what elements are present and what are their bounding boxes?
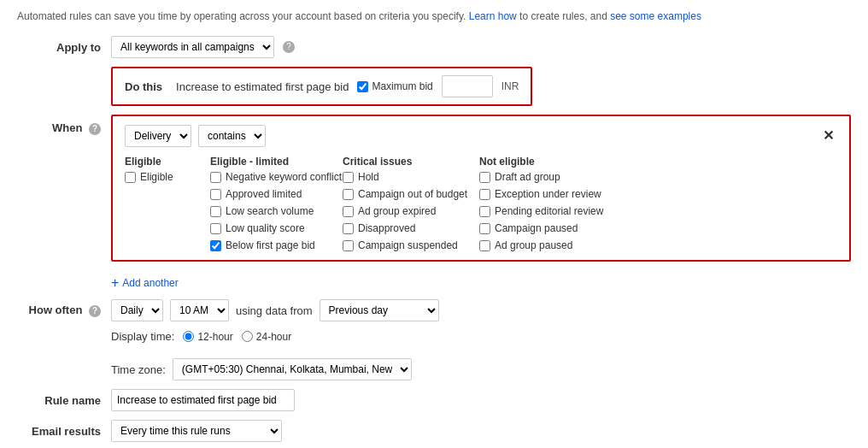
eligible-checkbox[interactable] bbox=[125, 172, 136, 183]
how-often-help-icon[interactable]: ? bbox=[89, 305, 101, 317]
apply-to-select[interactable]: All keywords in all campaigns bbox=[111, 36, 274, 58]
rule-name-input[interactable] bbox=[111, 389, 295, 411]
max-bid-label: Maximum bid bbox=[372, 80, 432, 92]
using-data-from-text: using data from bbox=[236, 304, 313, 317]
timezone-label: Time zone: bbox=[111, 363, 166, 376]
email-results-select[interactable]: Every time this rule runs bbox=[111, 420, 282, 442]
cb-draft-ad-group: Draft ad group bbox=[479, 171, 629, 183]
eligible-label: Eligible bbox=[140, 171, 173, 183]
max-bid-input[interactable] bbox=[442, 75, 493, 97]
do-this-action: Increase to estimated first page bid bbox=[176, 80, 349, 93]
radio-12h-label[interactable]: 12-hour bbox=[183, 331, 232, 343]
do-this-box: Do this Increase to estimated first page… bbox=[111, 67, 532, 106]
exception-review-checkbox[interactable] bbox=[479, 189, 490, 200]
cb-low-quality-score: Low quality score bbox=[210, 222, 343, 234]
col-eligible-limited-header: Eligible - limited bbox=[210, 156, 343, 168]
close-icon[interactable]: ✕ bbox=[819, 129, 837, 143]
columns-header: Eligible Eligible - limited Critical iss… bbox=[125, 156, 837, 168]
negative-keyword-checkbox[interactable] bbox=[210, 172, 221, 183]
hold-label: Hold bbox=[358, 171, 379, 183]
cb-campaign-paused: Campaign paused bbox=[479, 222, 629, 234]
low-quality-score-checkbox[interactable] bbox=[210, 223, 221, 234]
below-first-page-label: Below first page bid bbox=[226, 239, 315, 251]
campaign-suspended-label: Campaign suspended bbox=[358, 239, 458, 251]
timezone-select[interactable]: (GMT+05:30) Chennai, Kolkata, Mumbai, Ne… bbox=[173, 358, 412, 380]
delivery-select[interactable]: Delivery bbox=[125, 125, 191, 147]
campaign-suspended-checkbox[interactable] bbox=[343, 240, 354, 251]
email-results-label: Email results bbox=[17, 425, 111, 438]
ad-group-paused-checkbox[interactable] bbox=[479, 240, 490, 251]
email-results-row: Email results Every time this rule runs bbox=[17, 420, 851, 442]
add-another-plus-icon: + bbox=[111, 275, 119, 291]
when-row: When ? Delivery contains ✕ Eligible Elig… bbox=[17, 115, 851, 262]
add-another-link[interactable]: + Add another bbox=[111, 275, 179, 291]
how-often-label: How often bbox=[29, 304, 83, 316]
how-often-label-container: How often ? bbox=[17, 304, 111, 317]
top-info: Automated rules can save you time by ope… bbox=[17, 9, 851, 24]
checkbox-columns: Eligible Negative keyword conflict Appro… bbox=[125, 171, 837, 251]
pending-editorial-label: Pending editorial review bbox=[495, 205, 603, 217]
cb-approved-limited: Approved limited bbox=[210, 188, 343, 200]
rule-name-row: Rule name bbox=[17, 389, 851, 411]
cb-pending-editorial: Pending editorial review bbox=[479, 205, 629, 217]
apply-to-help-icon[interactable]: ? bbox=[283, 41, 295, 53]
radio-24h[interactable] bbox=[242, 331, 253, 342]
campaign-budget-checkbox[interactable] bbox=[343, 189, 354, 200]
apply-to-label: Apply to bbox=[17, 41, 111, 54]
timezone-row: Time zone: (GMT+05:30) Chennai, Kolkata,… bbox=[17, 358, 851, 380]
how-often-row: How often ? Daily 10 AM using data from … bbox=[17, 299, 851, 321]
ad-group-expired-label: Ad group expired bbox=[358, 205, 436, 217]
learn-how-link[interactable]: Learn how bbox=[469, 10, 517, 22]
radio-12h[interactable] bbox=[183, 331, 194, 342]
eligible-limited-col: Negative keyword conflict Approved limit… bbox=[210, 171, 343, 251]
hold-checkbox[interactable] bbox=[343, 172, 354, 183]
cb-disapproved: Disapproved bbox=[343, 222, 479, 234]
top-info-text: Automated rules can save you time by ope… bbox=[17, 10, 466, 22]
col-critical-issues-header: Critical issues bbox=[343, 156, 479, 168]
when-help-icon[interactable]: ? bbox=[89, 123, 101, 135]
ad-group-expired-checkbox[interactable] bbox=[343, 206, 354, 217]
cb-below-first-page: Below first page bid bbox=[210, 239, 343, 251]
campaign-paused-label: Campaign paused bbox=[495, 222, 578, 234]
negative-keyword-label: Negative keyword conflict bbox=[226, 171, 342, 183]
campaign-budget-label: Campaign out of budget bbox=[358, 188, 467, 200]
see-examples-link[interactable]: see some examples bbox=[610, 10, 701, 22]
contains-select[interactable]: contains bbox=[198, 125, 266, 147]
max-bid-checkbox[interactable] bbox=[357, 81, 368, 92]
radio-24h-text: 24-hour bbox=[256, 331, 291, 343]
cb-low-search-volume: Low search volume bbox=[210, 205, 343, 217]
ad-group-paused-label: Ad group paused bbox=[495, 239, 572, 251]
exception-review-label: Exception under review bbox=[495, 188, 601, 200]
when-label-container: When ? bbox=[17, 115, 111, 135]
low-search-volume-checkbox[interactable] bbox=[210, 206, 221, 217]
col-not-eligible-header: Not eligible bbox=[479, 156, 629, 168]
display-time-row: Display time: 12-hour 24-hour bbox=[17, 330, 851, 350]
campaign-paused-checkbox[interactable] bbox=[479, 223, 490, 234]
pending-editorial-checkbox[interactable] bbox=[479, 206, 490, 217]
cb-hold: Hold bbox=[343, 171, 479, 183]
below-first-page-checkbox[interactable] bbox=[210, 240, 221, 251]
cb-campaign-suspended: Campaign suspended bbox=[343, 239, 479, 251]
timezone-controls: Time zone: (GMT+05:30) Chennai, Kolkata,… bbox=[111, 358, 412, 380]
add-another-row: + Add another bbox=[17, 270, 851, 291]
disapproved-checkbox[interactable] bbox=[343, 223, 354, 234]
not-eligible-col: Draft ad group Exception under review Pe… bbox=[479, 171, 629, 251]
add-another-label: Add another bbox=[122, 277, 178, 289]
do-this-label: Do this bbox=[125, 80, 162, 93]
cb-exception-under-review: Exception under review bbox=[479, 188, 629, 200]
time-select[interactable]: 10 AM bbox=[170, 299, 229, 321]
low-search-volume-label: Low search volume bbox=[226, 205, 314, 217]
display-time-controls: Display time: 12-hour 24-hour bbox=[111, 330, 291, 343]
low-quality-score-label: Low quality score bbox=[226, 222, 305, 234]
approved-limited-checkbox[interactable] bbox=[210, 189, 221, 200]
radio-24h-label[interactable]: 24-hour bbox=[242, 331, 291, 343]
frequency-select[interactable]: Daily bbox=[111, 299, 163, 321]
prev-day-select[interactable]: Previous day bbox=[320, 299, 439, 321]
draft-ad-group-checkbox[interactable] bbox=[479, 172, 490, 183]
max-bid-checkbox-label[interactable]: Maximum bid bbox=[357, 80, 432, 92]
draft-ad-group-label: Draft ad group bbox=[495, 171, 560, 183]
cb-eligible: Eligible bbox=[125, 171, 210, 183]
how-often-controls: Daily 10 AM using data from Previous day bbox=[111, 299, 439, 321]
delivery-row: Delivery contains ✕ bbox=[125, 125, 837, 147]
critical-issues-col: Hold Campaign out of budget Ad group exp… bbox=[343, 171, 479, 251]
